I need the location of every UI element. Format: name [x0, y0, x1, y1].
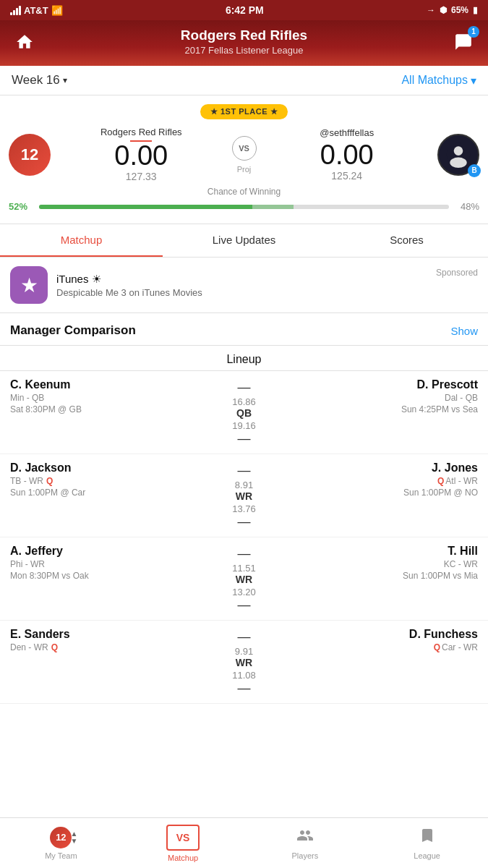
ad-star-icon: ★: [20, 273, 38, 297]
left-score-val-1: 8.91: [235, 480, 253, 490]
location-icon: →: [427, 5, 435, 15]
win-bar-fill-light: [252, 205, 294, 209]
lineup-left-3: E. Sanders Den - WR Q: [10, 628, 215, 654]
lineup-left-2: A. Jeffery Phi - WR Mon 8:30PM vs Oak: [10, 545, 215, 581]
manager-comparison-header: Manager Comparison Show: [0, 313, 488, 346]
left-score-val-3: 9.91: [235, 646, 253, 657]
win-bar-fill-green: [39, 205, 252, 209]
position-2: WR: [236, 574, 252, 585]
lineup-left-0: C. Keenum Min - QB Sat 8:30PM @ GB: [10, 378, 215, 414]
badge-text: ★ 1ST PLACE ★: [200, 104, 288, 119]
right-player-info-0: Dal - QB: [445, 393, 478, 403]
matchup-tabs: Matchup Live Updates Scores: [0, 224, 488, 258]
svg-point-2: [450, 157, 466, 167]
right-dash-2: —: [238, 597, 251, 613]
left-player-info-1: TB - WR Q: [10, 476, 53, 486]
left-team-name: Rodgers Red Rifles: [100, 127, 182, 137]
left-win-pct: 52%: [9, 201, 35, 212]
header-team-name: Rodgers Red Rifles: [181, 27, 307, 43]
ad-sponsored: Sponsored: [436, 268, 478, 278]
tab-scores[interactable]: Scores: [325, 224, 488, 257]
svg-point-1: [454, 146, 463, 156]
right-avatar-badge: B: [468, 164, 481, 177]
left-dash-0: —: [238, 380, 251, 395]
first-place-badge: ★ 1ST PLACE ★: [0, 104, 488, 119]
right-score-val-3: 11.08: [232, 670, 256, 681]
lineup-row: A. Jeffery Phi - WR Mon 8:30PM vs Oak — …: [0, 537, 488, 621]
ad-subtitle: Despicable Me 3 on iTunes Movies: [56, 287, 427, 298]
all-matchups-label: All Matchups: [401, 74, 468, 87]
right-proj: 125.24: [331, 170, 362, 182]
home-icon[interactable]: [12, 29, 38, 55]
manager-comparison-show[interactable]: Show: [450, 325, 478, 337]
right-score-val-0: 19.16: [232, 420, 256, 431]
lineup-right-0: D. Prescott Dal - QB Sun 4:25PM vs Sea: [273, 378, 479, 414]
left-player-name-1: D. Jackson: [10, 461, 71, 475]
right-team-name: @sethfffellas: [320, 127, 374, 138]
chance-label: Chance of Winning: [0, 187, 488, 197]
tab-matchup[interactable]: Matchup: [0, 224, 163, 257]
status-left: AT&T 📶: [10, 5, 63, 16]
tab-live-updates[interactable]: Live Updates: [163, 224, 325, 257]
right-player-name-1: J. Jones: [432, 461, 478, 475]
left-team-info: Rodgers Red Rifles 0.00 127.33: [51, 127, 232, 182]
status-right: → ⬢ 65% ▮: [427, 5, 478, 15]
left-player-time-2: Mon 8:30PM vs Oak: [10, 571, 89, 581]
signal-icon: [10, 5, 21, 15]
left-dash-1: —: [238, 463, 251, 478]
lineup-center-2: — 11.51 WR 13.20 —: [215, 545, 273, 613]
left-score-val-0: 16.86: [232, 396, 256, 407]
lineup-row: D. Jackson TB - WR Q Sun 1:00PM @ Car — …: [0, 454, 488, 537]
left-dash-3: —: [238, 629, 251, 644]
status-bar: AT&T 📶 6:42 PM → ⬢ 65% ▮: [0, 0, 488, 20]
messages-icon[interactable]: 1: [450, 29, 476, 55]
lineup-right-2: T. Hill KC - WR Sun 1:00PM vs Mia: [273, 545, 479, 581]
right-score: 0.00: [320, 141, 374, 169]
left-player-info-2: Phi - WR: [10, 559, 45, 569]
position-1: WR: [236, 490, 252, 502]
left-team-avatar: 12: [9, 134, 51, 176]
left-player-info-3: Den - WR Q: [10, 642, 58, 652]
right-player-time-0: Sun 4:25PM vs Sea: [401, 404, 478, 414]
lineup-center-1: — 8.91 WR 13.76 —: [215, 461, 273, 529]
ad-icon: ★: [10, 266, 48, 304]
position-3: WR: [236, 657, 252, 668]
right-team-info: @sethfffellas 0.00 125.24: [257, 127, 438, 182]
left-proj: 127.33: [126, 171, 157, 182]
left-score: 0.00: [114, 142, 168, 169]
win-bar-wrap: 52% 48%: [0, 197, 488, 213]
right-dash-3: —: [238, 681, 251, 696]
right-score-val-2: 13.20: [232, 587, 256, 597]
week-bar: Week 16 ▾ All Matchups ▾: [0, 66, 488, 95]
week-selector[interactable]: Week 16 ▾: [12, 73, 67, 88]
lineup-rows: C. Keenum Min - QB Sat 8:30PM @ GB — 16.…: [0, 371, 488, 704]
left-player-name-3: E. Sanders: [10, 628, 70, 641]
week-chevron: ▾: [63, 75, 67, 85]
ad-text: iTunes ☀ Despicable Me 3 on iTunes Movie…: [56, 273, 427, 298]
proj-label: Proj: [237, 165, 252, 174]
lineup-header: Lineup: [0, 346, 488, 371]
lineup-right-3: D. Funchess Q Car - WR: [273, 628, 479, 654]
manager-comparison-title: Manager Comparison: [10, 323, 136, 338]
right-player-info-1: Q Atl - WR: [436, 476, 478, 486]
week-label: Week 16: [12, 73, 60, 88]
right-player-name-3: D. Funchess: [409, 628, 478, 641]
left-player-time-0: Sat 8:30PM @ GB: [10, 404, 82, 414]
lineup-center-0: — 16.86 QB 19.16 —: [215, 378, 273, 446]
ad-banner[interactable]: ★ iTunes ☀ Despicable Me 3 on iTunes Mov…: [0, 258, 488, 313]
left-player-info-0: Min - QB: [10, 393, 44, 403]
right-player-name-2: T. Hill: [448, 545, 478, 558]
carrier-label: AT&T: [24, 5, 48, 16]
right-player-name-0: D. Prescott: [417, 378, 478, 391]
left-player-name-0: C. Keenum: [10, 378, 71, 391]
lineup-right-1: J. Jones Q Atl - WR Sun 1:00PM @ NO: [273, 461, 479, 498]
win-bar: [39, 205, 449, 209]
all-matchups-button[interactable]: All Matchups ▾: [401, 74, 476, 88]
left-player-time-1: Sun 1:00PM @ Car: [10, 488, 85, 498]
vs-label: VS: [232, 136, 257, 161]
right-dash-0: —: [238, 431, 251, 446]
wifi-icon: 📶: [51, 5, 63, 16]
lineup-row: E. Sanders Den - WR Q — 9.91 WR 11.08 — …: [0, 621, 488, 704]
left-team-group: 12: [9, 134, 51, 176]
lineup-left-1: D. Jackson TB - WR Q Sun 1:00PM @ Car: [10, 461, 215, 498]
